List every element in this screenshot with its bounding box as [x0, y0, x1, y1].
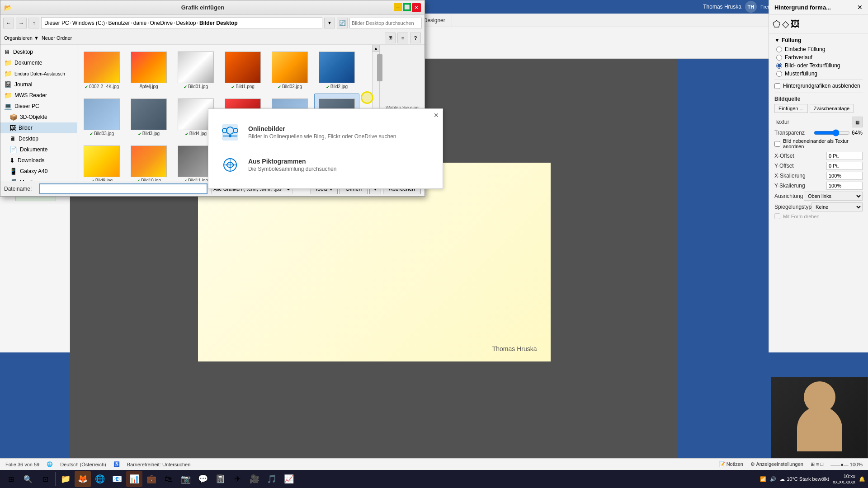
taskbar-network[interactable]: 📶 — [760, 476, 766, 482]
spiegelung-select[interactable]: Keine Horizontal Vertikal — [811, 202, 863, 211]
pentagon-icon[interactable]: ⬠ — [773, 19, 780, 29]
sidebar-dieser-pc[interactable]: 💻 Dieser PC — [0, 101, 77, 112]
file-item-7[interactable]: ✔ Bild03.jpg — [79, 94, 124, 139]
search-input[interactable] — [349, 18, 422, 28]
yoffset-input[interactable] — [826, 162, 863, 170]
powerpoint-btn[interactable]: 📊 — [126, 471, 142, 487]
skype-btn[interactable]: 💬 — [195, 471, 211, 487]
diamond-icon[interactable]: ◇ — [782, 19, 789, 29]
chrome-btn[interactable]: 🌐 — [92, 471, 108, 487]
insert-options-close[interactable]: ✕ — [434, 112, 439, 119]
file-item-8[interactable]: ✔ Bild3.jpg — [126, 94, 171, 139]
zoom-slider[interactable]: ——●— 100% — [830, 462, 863, 467]
spotify-btn[interactable]: 🎵 — [264, 471, 280, 487]
from-icons-option[interactable]: Aus Piktogrammen Die Symbolesammlung dur… — [216, 149, 435, 181]
firefox-btn[interactable]: 🦊 — [75, 471, 91, 487]
file-item-5[interactable]: ✔ Bild02.jpg — [267, 47, 312, 92]
help-btn[interactable]: ? — [410, 33, 421, 43]
file-item-1[interactable]: ✔ 0002-2--4K.jpg — [79, 47, 124, 92]
radio-pattern[interactable]: Musterfüllung — [776, 70, 863, 77]
desktop2-icon: 🖥 — [9, 135, 16, 142]
search-taskbar[interactable]: 🔍 — [20, 471, 36, 487]
image-icon[interactable]: 🖼 — [791, 19, 800, 29]
file-explorer-btn[interactable]: 📁 — [57, 471, 74, 487]
zoom-btn[interactable]: 🎥 — [246, 471, 263, 487]
einfuegen-btn[interactable]: Einfügen ... — [774, 104, 808, 113]
store-btn[interactable]: 🛍 — [160, 471, 177, 487]
vscroll-up[interactable]: ▲ — [373, 45, 380, 52]
excel-btn[interactable]: 📈 — [281, 471, 297, 487]
nav-up[interactable]: ↑ — [28, 18, 39, 28]
file-item-2[interactable]: Äpfelj.jpg — [126, 47, 171, 92]
sidebar-mws[interactable]: 📁 MWS Reader — [0, 90, 77, 101]
status-left: Folie 36 von 59 🌐 Deutsch (Österreich) ♿… — [5, 461, 190, 467]
avatar[interactable]: TH — [745, 1, 757, 13]
sidebar-dokumente[interactable]: 📁 Dokumente — [0, 57, 77, 68]
notification-btn[interactable]: 🔔 — [859, 476, 865, 482]
onenote-btn[interactable]: 📓 — [212, 471, 228, 487]
file-item-4[interactable]: ✔ Bild1.png — [220, 47, 265, 92]
checkmark-14: ✔ — [137, 178, 140, 181]
radio-gradient[interactable]: Farbverlauf — [776, 54, 863, 61]
teams-btn[interactable]: 💼 — [143, 471, 160, 487]
yskal-row: Y-Skalierung — [774, 182, 863, 190]
checkmark-9: ✔ — [185, 131, 189, 136]
online-images-option[interactable]: Onlinebilder Bilder in Onlinequellen wie… — [216, 116, 435, 149]
sidebar-desktop2[interactable]: 🖥 Desktop — [0, 133, 77, 144]
sidebar-journal[interactable]: 📓 Journal — [0, 79, 77, 90]
sidebar-musik[interactable]: 🎵 Musik — [0, 177, 77, 181]
textur-picker[interactable]: ▦ — [852, 117, 863, 127]
sidebar-bilder[interactable]: 🖼 Bilder — [0, 122, 77, 133]
display-settings-btn[interactable]: ⚙ Anzeigeeinstellungen — [750, 461, 803, 467]
new-folder-btn[interactable]: Neuer Ordner — [42, 35, 72, 41]
vscroll-thumb[interactable] — [377, 54, 382, 81]
start-button[interactable]: ⊞ — [3, 471, 19, 487]
sidebar-downloads[interactable]: ⬇ Downloads — [0, 155, 77, 166]
zwischenablage-btn[interactable]: Zwischenablage — [810, 104, 854, 113]
nav-forward[interactable]: → — [16, 18, 27, 28]
taskbar-sound[interactable]: 🔊 — [770, 476, 776, 482]
right-panel-close[interactable]: ✕ — [857, 4, 863, 11]
accessibility-text[interactable]: Barrierefreiheit: Untersuchen — [127, 462, 191, 467]
mit-form-checkbox[interactable]: Mit Form drehen — [774, 213, 863, 219]
yskal-input[interactable] — [826, 182, 863, 190]
xoffset-input[interactable] — [826, 152, 863, 160]
file-item-6[interactable]: ✔ Bild2.jpg — [314, 47, 359, 92]
file-item-13[interactable]: ✔ Bild9.jpg — [79, 141, 124, 181]
sidebar-3d[interactable]: 📦 3D-Objekte — [0, 112, 77, 122]
bild-nebeneinander[interactable]: Bild nebeneinander als Textur anordnen — [774, 138, 863, 149]
xskal-input[interactable] — [826, 172, 863, 180]
sidebar-desktop[interactable]: 🖥 Desktop — [0, 47, 77, 57]
view-sort[interactable]: ≡ — [397, 33, 408, 43]
expand-icon[interactable]: ▼ — [774, 37, 780, 43]
radio-simple[interactable]: Einfache Füllung — [776, 46, 863, 52]
view-icon[interactable]: ⊞ — [385, 33, 396, 43]
dialog-close[interactable]: ✕ — [412, 3, 421, 12]
sidebar-enduro[interactable]: 📁 Enduro Daten-Austausch — [0, 68, 77, 79]
hide-bg-checkbox[interactable]: Hintergrundgrafiken ausblenden — [774, 83, 863, 89]
sidebar-dokumente2[interactable]: 📄 Dokumente — [0, 144, 77, 155]
file-item-14[interactable]: ✔ Bild10.jpg — [126, 141, 171, 181]
filename-input[interactable] — [39, 183, 208, 194]
organize-btn[interactable]: Organisieren ▼ — [4, 35, 39, 41]
sidebar-galaxy[interactable]: 📱 Galaxy A40 — [0, 166, 77, 177]
filename-13: Bild9.jpg — [95, 178, 113, 181]
transparenz-slider[interactable] — [814, 129, 850, 136]
dialog-minimize[interactable]: ─ — [394, 3, 402, 11]
file-item-3[interactable]: ✔ Bild01.jpg — [173, 47, 218, 92]
taskbar-clock[interactable]: 10:xx xx.xx.xxxx — [833, 474, 855, 484]
photos-btn[interactable]: 📷 — [178, 471, 194, 487]
radio-picture[interactable]: Bild- oder Texturfüllung — [776, 62, 863, 69]
notes-btn[interactable]: 📝 Notizen — [719, 461, 743, 467]
task-view[interactable]: ⊡ — [37, 471, 53, 487]
outlook-btn[interactable]: 📧 — [109, 471, 125, 487]
nav-dropdown[interactable]: ▼ — [324, 18, 335, 28]
dialog-maximize[interactable]: ⬜ — [403, 3, 411, 11]
nav-back[interactable]: ← — [3, 18, 14, 28]
telegram-btn[interactable]: ✈ — [229, 471, 245, 487]
nav-refresh[interactable]: 🔄 — [337, 18, 348, 28]
spiegelung-label: Spiegelungstyp — [774, 204, 811, 210]
language-indicator[interactable]: 🌐 — [47, 461, 53, 467]
breadcrumb[interactable]: Dieser PC › Windows (C:) › Benutzer › da… — [41, 17, 322, 29]
ausrichtung-select[interactable]: Oben links Oben Mitte Oben rechts — [804, 192, 863, 201]
